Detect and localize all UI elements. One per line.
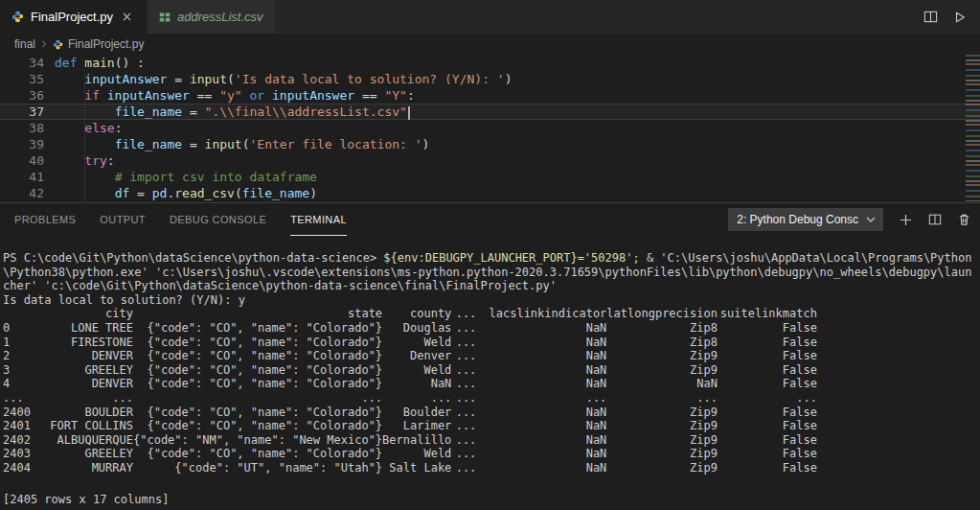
- run-icon[interactable]: [953, 11, 967, 24]
- breadcrumb-item-final[interactable]: final: [14, 37, 35, 51]
- dataframe-cell: {"code": "CO", "name": "Colorado"}: [133, 419, 382, 433]
- dataframe-cell: ALBUQUERQUE: [37, 433, 133, 448]
- tab-output[interactable]: OUTPUT: [100, 203, 146, 236]
- dataframe-header-cell: county: [382, 307, 451, 321]
- close-icon[interactable]: [120, 10, 135, 25]
- code-text: inputAnswer = input('Is data local to so…: [44, 71, 512, 87]
- dataframe-cell: False: [718, 447, 817, 461]
- code-line-38[interactable]: 38 else:: [0, 120, 980, 136]
- dataframe-header-cell: latlongprecision: [606, 307, 718, 321]
- dataframe-cell: MURRAY: [37, 461, 133, 475]
- line-number[interactable]: 41: [0, 169, 44, 185]
- text-cursor: [408, 106, 410, 120]
- dataframe-cell: Zip8: [606, 336, 718, 350]
- code-line-39[interactable]: 39 file_name = input('Enter file locatio…: [0, 136, 980, 152]
- dataframe-cell: Weld: [382, 363, 451, 378]
- dataframe-cell: ...: [451, 391, 476, 406]
- tab-label: FinalProject.py: [31, 10, 113, 24]
- dataframe-cell: NaN: [476, 363, 606, 378]
- line-number[interactable]: 36: [0, 87, 44, 104]
- line-number[interactable]: 40: [0, 152, 44, 169]
- dataframe-cell: NaN: [476, 406, 606, 420]
- dataframe-cell: False: [718, 377, 817, 391]
- dataframe-cell: {"code": "CO", "name": "Colorado"}: [133, 321, 382, 336]
- tab-addresslist[interactable]: addressList.csv: [148, 0, 276, 34]
- code-line-36[interactable]: 36 if inputAnswer == "y" or inputAnswer …: [0, 87, 980, 104]
- dataframe-cell: False: [718, 433, 817, 448]
- terminal-actions: 2: Python Debug Consc: [728, 208, 970, 231]
- dataframe-cell: Boulder: [382, 406, 451, 420]
- dataframe-cell: {"code": "NM", "name": "New Mexico"}: [133, 433, 382, 448]
- code-line-35[interactable]: 35 inputAnswer = input('Is data local to…: [0, 71, 980, 87]
- dataframe-cell: 0: [3, 321, 37, 336]
- tab-finalproject[interactable]: FinalProject.py: [0, 0, 148, 34]
- dataframe-cell: Zip9: [606, 406, 718, 420]
- dataframe-cell: Douglas: [382, 321, 451, 336]
- dataframe-cell: {"code": "CO", "name": "Colorado"}: [133, 336, 382, 350]
- dataframe-row: 2DENVER{"code": "CO", "name": "Colorado"…: [3, 349, 817, 363]
- code-text: else:: [44, 120, 122, 136]
- tab-problems[interactable]: PROBLEMS: [14, 203, 76, 236]
- breadcrumb: final FinalProject.py: [0, 34, 980, 55]
- dataframe-cell: ...: [451, 363, 476, 378]
- line-number[interactable]: 34: [0, 55, 44, 71]
- dataframe-row: 2400BOULDER{"code": "CO", "name": "Color…: [3, 406, 817, 420]
- code-line-41[interactable]: 41 # import csv into dataframe: [0, 169, 980, 185]
- terminal-output[interactable]: PS C:\code\Git\Python\dataScience\python…: [0, 236, 980, 510]
- dataframe-cell: LONE TREE: [37, 321, 133, 336]
- dataframe-cell: 2402: [3, 433, 37, 448]
- dataframe-cell: Salt Lake: [382, 461, 451, 475]
- line-number[interactable]: 35: [0, 71, 44, 87]
- dataframe-row: 2404MURRAY{"code": "UT", "name": "Utah"}…: [3, 461, 817, 475]
- line-number[interactable]: 42: [0, 185, 44, 201]
- dataframe-cell: {"code": "CO", "name": "Colorado"}: [133, 406, 382, 420]
- tab-terminal[interactable]: TERMINAL: [290, 203, 347, 236]
- dataframe-cell: DENVER: [37, 349, 133, 363]
- breadcrumb-item-file[interactable]: FinalProject.py: [68, 37, 144, 51]
- dataframe-cell: {"code": "CO", "name": "Colorado"}: [133, 363, 382, 378]
- dataframe-cell: 2401: [3, 419, 37, 433]
- dataframe-cell: {"code": "CO", "name": "Colorado"}: [133, 377, 382, 391]
- dataframe-cell: ...: [451, 321, 476, 336]
- dataframe-cell: 2403: [3, 447, 37, 461]
- dataframe-cell: ...: [3, 391, 37, 406]
- code-editor[interactable]: 34def main() :35 inputAnswer = input('Is…: [0, 55, 980, 202]
- split-editor-icon[interactable]: [923, 10, 938, 24]
- tab-debug-console[interactable]: DEBUG CONSOLE: [170, 203, 266, 236]
- dataframe-header-cell: ...: [451, 307, 476, 321]
- tab-label: addressList.csv: [177, 10, 263, 24]
- chevron-right-icon: [40, 40, 48, 48]
- dataframe-cell: ...: [133, 391, 382, 406]
- dataframe-cell: 3: [3, 363, 37, 378]
- dataframe-cell: ...: [37, 391, 133, 406]
- line-number[interactable]: 39: [0, 136, 44, 152]
- terminal-io-line: Is data local to solution? (Y/N): y: [3, 293, 974, 308]
- dataframe-cell: NaN: [476, 349, 606, 363]
- code-line-37[interactable]: 37 file_name = ".\\final\\addressList.cs…: [0, 104, 980, 120]
- dataframe-cell: Weld: [382, 336, 451, 350]
- dataframe-cell: ...: [451, 461, 476, 475]
- terminal-selector-dropdown[interactable]: 2: Python Debug Consc: [728, 208, 883, 231]
- dataframe-cell: ...: [451, 349, 476, 363]
- code-line-34[interactable]: 34def main() :: [0, 55, 980, 71]
- indent-guide: [84, 71, 85, 201]
- dataframe-cell: Zip9: [606, 419, 718, 433]
- dataframe-cell: Zip9: [606, 447, 718, 461]
- new-terminal-icon[interactable]: [900, 214, 912, 226]
- dataframe-cell: 1: [3, 336, 37, 350]
- dataframe-cell: FORT COLLINS: [37, 419, 133, 433]
- code-line-40[interactable]: 40 try:: [0, 152, 980, 169]
- dataframe-cell: 2404: [3, 461, 37, 475]
- dataframe-row: 2403GREELEY{"code": "CO", "name": "Color…: [3, 447, 817, 461]
- dataframe-cell: FIRESTONE: [37, 336, 133, 350]
- line-number[interactable]: 37: [0, 104, 44, 120]
- split-terminal-icon[interactable]: [928, 213, 942, 226]
- dataframe-cell: Zip9: [606, 363, 718, 378]
- minimap[interactable]: [966, 55, 980, 201]
- line-number[interactable]: 38: [0, 120, 44, 136]
- kill-terminal-trash-icon[interactable]: [958, 213, 970, 226]
- dataframe-cell: False: [718, 363, 817, 378]
- dataframe-cell: NaN: [476, 419, 606, 433]
- code-line-42[interactable]: 42 df = pd.read_csv(file_name): [0, 185, 980, 201]
- editor-tab-bar: FinalProject.py addressList.csv: [0, 0, 980, 34]
